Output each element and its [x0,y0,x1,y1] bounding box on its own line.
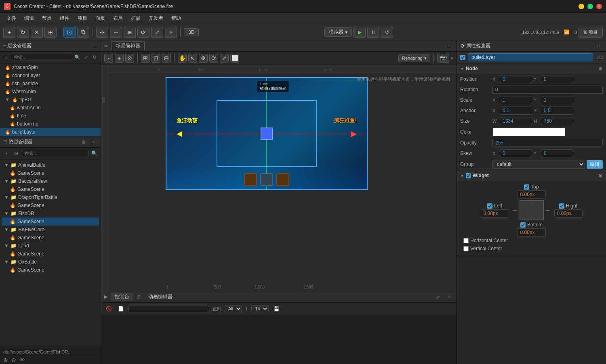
scene-toggle[interactable]: ⊡ [63,27,76,38]
camera-arrow[interactable]: ▾ [451,56,453,61]
console-search-input[interactable] [128,305,209,312]
scale-y-input[interactable] [541,96,573,104]
opacity-input[interactable] [492,139,603,147]
zoom-reset-button[interactable]: ⊙ [125,54,134,63]
layer-item-WaterAnim[interactable]: 🔥 WaterAnim [0,88,101,96]
group-select[interactable]: default [492,160,585,169]
v-center-checkbox[interactable] [463,246,469,251]
menu-panel[interactable]: 面板 [92,14,108,23]
minimize-button[interactable]: ─ [579,4,584,9]
menu-developer[interactable]: 开发者 [145,14,166,23]
asset-scene-AnimalBattle-GameScene[interactable]: 🔥 GameScene [2,169,99,177]
inspector-enabled-checkbox[interactable] [460,55,465,60]
asset-search-input[interactable] [22,150,88,157]
obj-button[interactable]: ⧉ [77,27,89,38]
widget-section-header[interactable]: ▼ Widget ⚙ [457,170,606,181]
anchor-x-input[interactable] [500,107,532,115]
bottom-checkbox[interactable] [520,222,526,228]
asset-scene-HKFiveCard-GameScene[interactable]: 🔥 GameScene [2,234,99,242]
node-section-header[interactable]: ▼ Node ⚙ [457,63,606,74]
tool-rotate-btn[interactable]: ⟳ [209,54,218,63]
asset-delete-icon[interactable]: ⊖ [11,357,16,363]
refresh-button[interactable]: ↻ [17,27,29,38]
layer-item-bulletLayer[interactable]: 🔥 bulletLayer [0,128,101,136]
asset-collapse-icon[interactable]: ≡ [89,138,97,146]
layer-item-fish-particle[interactable]: 🔥 fish_particle [0,79,101,88]
tool-select-btn[interactable]: ↖ [188,54,197,63]
layer-search-icon[interactable]: 🔍 [74,53,81,61]
node-section-gear-icon[interactable]: ⚙ [598,66,603,71]
layer-item-connonLayer[interactable]: 🔥 connonLayer [0,71,101,79]
console-save-button[interactable]: 💾 [272,304,281,313]
menu-help[interactable]: 帮助 [168,14,184,23]
layer-collapse-icon[interactable]: ≡ [89,42,97,50]
console-font-size-select[interactable]: 14 [251,305,269,312]
size-w-input[interactable] [500,117,532,125]
asset-scene-FishDR-GameScene[interactable]: 🔥 GameScene [2,218,99,226]
menu-file[interactable]: 文件 [3,14,19,23]
console-filter-select[interactable]: All [225,305,242,312]
asset-search-button[interactable]: 🔍 [90,149,98,157]
step-button[interactable]: ↺ [381,27,393,38]
asset-eye-icon[interactable]: 👁 [19,357,25,363]
rotation-input[interactable] [492,86,603,94]
tool-btn-5[interactable]: ⤢ [151,27,163,38]
asset-sort-button[interactable]: ⊜ [12,149,20,157]
menu-edit[interactable]: 编辑 [21,14,37,23]
add-button[interactable]: + [3,27,15,38]
bottom-value-input[interactable] [518,228,546,236]
animation-tab[interactable]: 动画编辑器 [144,293,177,301]
left-checkbox[interactable] [487,203,492,209]
console-file-button[interactable]: 📄 [116,304,125,313]
asset-folder-AnimalBattle[interactable]: ▼ 📁 AnimalBattle [2,161,99,169]
tool-hand-btn[interactable]: ✋ [178,54,187,63]
tool-btn-4[interactable]: ⟳ [137,27,149,38]
scene-collapse-icon[interactable]: ≡ [445,42,453,50]
anchor-y-input[interactable] [541,107,573,115]
play-button[interactable]: ▶ [354,27,366,38]
h-center-checkbox[interactable] [463,238,469,243]
tool-scale-btn[interactable]: ⤢ [220,54,229,63]
layer-item-watchAnim[interactable]: 🔥 watchAnim [0,104,101,112]
right-value-input[interactable] [554,209,583,218]
asset-folder-HKFiveCard[interactable]: ▼ 📁 HKFiveCard [2,226,99,234]
console-expand-icon[interactable]: ⤢ [434,293,442,301]
tool-rect-btn[interactable]: ⬜ [230,54,239,63]
zoom-out-button[interactable]: - [104,54,113,63]
menu-node[interactable]: 节点 [39,14,55,23]
transform-button[interactable]: ⊞ [44,27,57,38]
canvas-main[interactable]: 使用鼠标右键平移视窗焦点，滑用滚轮缩放视图 [109,73,457,291]
left-value-input[interactable] [481,209,509,218]
tool-btn-1[interactable]: ⊹ [96,27,108,38]
tool-align-btn[interactable]: ⊟ [162,54,171,63]
widget-enabled-checkbox[interactable] [466,173,471,178]
scale-x-input[interactable] [500,96,532,104]
color-picker[interactable] [492,128,565,136]
layer-expand-icon[interactable]: ⤢ [83,53,90,61]
right-checkbox[interactable] [559,203,564,209]
group-edit-button[interactable]: 编辑 [587,160,603,169]
tool-move-btn[interactable]: ✥ [199,54,208,63]
close-button[interactable]: ✕ [596,4,602,9]
inspector-collapse-icon[interactable]: ≡ [595,42,603,50]
inspector-name-input[interactable] [468,53,593,61]
tool-snap-btn[interactable]: ⊡ [152,54,160,63]
widget-section-gear-icon[interactable]: ⚙ [598,173,603,178]
skew-y-input[interactable] [541,149,573,157]
console-collapse-icon[interactable]: ≡ [445,293,453,301]
asset-folder-DragonTigerBattle[interactable]: ▼ 📁 DragonTigerBattle [2,193,99,201]
asset-add-button[interactable]: + [2,149,11,157]
position-y-input[interactable] [541,75,573,83]
console-content[interactable] [101,315,457,364]
top-value-input[interactable] [518,190,546,199]
tool-btn-3[interactable]: ⊕ [124,27,136,38]
menu-project[interactable]: 项目 [74,14,90,23]
rendering-button[interactable]: Rendering ▾ [398,54,430,62]
asset-scene-BaccaratNew-GameScene[interactable]: 🔥 GameScene [2,185,99,193]
delete-button[interactable]: ✕ [31,27,43,38]
tool-btn-2[interactable]: ↔ [110,27,122,38]
top-checkbox[interactable] [524,184,529,190]
layer-search-input[interactable] [11,54,72,61]
position-x-input[interactable] [500,75,532,83]
size-h-input[interactable] [541,117,573,125]
